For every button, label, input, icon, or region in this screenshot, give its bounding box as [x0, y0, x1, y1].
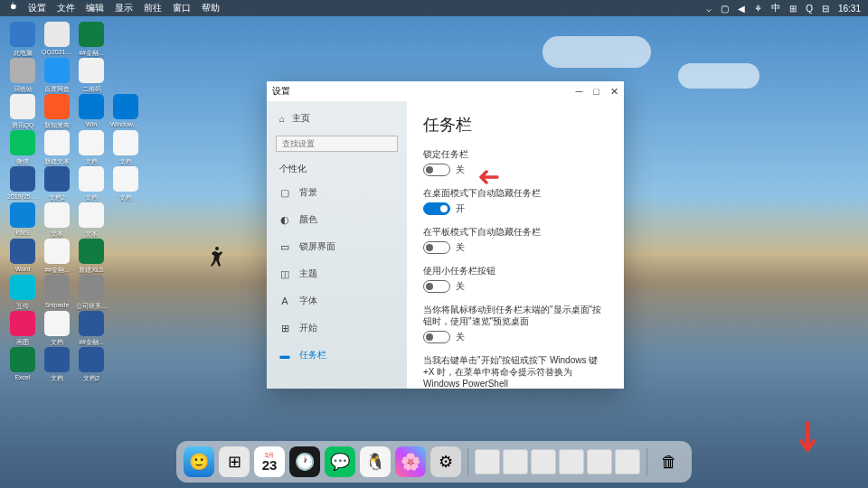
desktop-icon[interactable]: 文档	[76, 130, 107, 166]
desktop-icon[interactable]: 新建XLS	[76, 239, 107, 275]
apple-menu-icon[interactable]	[7, 2, 17, 14]
nav-icon: A	[279, 296, 290, 306]
user-icon[interactable]: ⚘	[754, 4, 762, 14]
volume-icon[interactable]: ◀	[738, 4, 745, 14]
nav-item-颜色[interactable]: ◐颜色	[267, 206, 407, 233]
dock-wechat[interactable]: 💬	[325, 446, 355, 477]
dock-window-previews[interactable]	[475, 449, 640, 474]
ime-icon[interactable]: 中	[771, 2, 780, 14]
dock-settings[interactable]: ⚙	[430, 446, 461, 477]
menu-edit[interactable]: 编辑	[86, 2, 104, 14]
wifi-icon[interactable]: ⌵	[706, 4, 712, 14]
icon-label: 腾讯QQ	[7, 121, 38, 130]
desktop-icon[interactable]: QQ20210...	[42, 22, 72, 58]
desktop-icon[interactable]: Windows ...	[110, 94, 141, 130]
icon-label: 文档	[110, 193, 141, 202]
control-icon[interactable]: ⊟	[822, 4, 829, 14]
close-button[interactable]: ✕	[610, 86, 618, 98]
desktop-icon[interactable]: ##金融...	[76, 22, 107, 58]
desktop-icon[interactable]: 文档	[42, 311, 72, 347]
desktop-icon[interactable]: 新建文本	[42, 130, 72, 166]
app-icon	[44, 347, 70, 372]
desktop-icon[interactable]: Word	[7, 239, 38, 275]
dock-calendar[interactable]: 3月 23	[254, 446, 285, 477]
minimize-button[interactable]: ─	[576, 86, 583, 98]
desktop-icon[interactable]: 2019(25)26	[7, 166, 38, 202]
nav-item-开始[interactable]: ⊞开始	[267, 314, 407, 342]
nav-item-锁屏界面[interactable]: ▭锁屏界面	[267, 233, 407, 260]
display-icon[interactable]: ▢	[721, 4, 729, 14]
desktop-icon[interactable]: 微信	[7, 130, 38, 166]
maximize-button[interactable]: □	[593, 86, 599, 98]
search-input[interactable]	[276, 136, 398, 152]
desktop-icon[interactable]: Win	[76, 94, 107, 130]
desktop-icon[interactable]: 画图	[7, 311, 38, 347]
desktop-icon[interactable]: Excel	[7, 347, 38, 383]
icon-label: 2019(25)26	[7, 193, 38, 200]
desktop-icon[interactable]: 二维码	[76, 58, 107, 94]
icon-label: ##金融...	[76, 338, 107, 347]
nav-item-主题[interactable]: ◫主题	[267, 260, 407, 287]
dock-launchpad[interactable]: ⊞	[219, 446, 250, 477]
menu-file[interactable]: 文件	[57, 2, 75, 14]
desktop-icon[interactable]: 百度网盘	[42, 58, 72, 94]
dock-cal-day: 23	[262, 458, 278, 472]
nav-icon: ⊞	[279, 323, 290, 333]
nav-label: 开始	[299, 322, 317, 334]
desktop-icon[interactable]: 此电脑	[7, 22, 38, 58]
dock-trash[interactable]: 🗑	[654, 446, 684, 477]
desktop-icon[interactable]: 公司联系...	[76, 275, 107, 311]
menu-window[interactable]: 窗口	[173, 2, 191, 14]
toggle-switch[interactable]	[423, 164, 450, 176]
desktop-icon[interactable]: 新知发布	[42, 94, 72, 130]
desktop-icon[interactable]: KMS	[7, 202, 38, 239]
dock-finder[interactable]: 🙂	[184, 446, 214, 477]
menu-help[interactable]: 帮助	[202, 2, 220, 14]
nav-item-背景[interactable]: ▢背景	[267, 179, 407, 206]
app-icon	[113, 94, 138, 119]
nav-item-字体[interactable]: A字体	[267, 287, 407, 314]
grid-icon[interactable]: ⊞	[789, 4, 797, 14]
desktop-icon[interactable]: 文档	[76, 166, 107, 202]
toggle-switch[interactable]	[423, 202, 450, 215]
nav-item-任务栏[interactable]: ▬任务栏	[267, 342, 407, 369]
menubar-time[interactable]: 16:31	[838, 4, 861, 14]
dock-clock[interactable]: 🕐	[289, 446, 320, 477]
app-icon	[10, 166, 35, 192]
desktop-icon[interactable]: ##金融...	[76, 311, 107, 347]
window-titlebar[interactable]: 设置 ─ □ ✕	[267, 81, 624, 101]
desktop-icon[interactable]: 文档	[110, 130, 141, 166]
desktop-icon[interactable]: 文档2	[76, 347, 107, 383]
dock-separator-2	[646, 448, 647, 475]
app-icon	[10, 275, 35, 300]
toggle-state-text: 关	[456, 280, 465, 293]
home-icon: ⌂	[279, 114, 285, 124]
dock-qq[interactable]: 🐧	[360, 446, 391, 477]
desktop-icon[interactable]: 回收站	[7, 58, 38, 94]
app-icon	[113, 130, 138, 155]
window-title: 设置	[272, 85, 290, 98]
desktop-icon[interactable]: 文本	[42, 202, 72, 239]
app-icon	[44, 202, 70, 228]
nav-label: 字体	[299, 295, 317, 307]
app-icon	[79, 311, 104, 336]
search-icon[interactable]: Q	[806, 4, 813, 14]
toggle-switch[interactable]	[423, 331, 450, 343]
menu-view[interactable]: 显示	[115, 2, 133, 14]
dock-photos[interactable]: 🌸	[395, 446, 426, 477]
toggle-switch[interactable]	[423, 280, 450, 293]
desktop-icon[interactable]: 文档	[110, 166, 141, 202]
desktop-icon[interactable]: 文本	[76, 202, 107, 239]
desktop-icon[interactable]: 腾讯QQ	[7, 94, 38, 130]
desktop-icon[interactable]: 文档2	[42, 166, 72, 202]
menu-go[interactable]: 前往	[144, 2, 162, 14]
menu-settings[interactable]: 设置	[28, 2, 46, 14]
desktop-icon[interactable]: 互传	[7, 275, 38, 311]
desktop-icon[interactable]: Snipaste	[42, 275, 72, 311]
home-nav[interactable]: ⌂ 主页	[267, 108, 407, 128]
desktop-icon[interactable]: 文档	[42, 347, 72, 383]
settings-window: 设置 ─ □ ✕ ⌂ 主页 个性化 ▢背景◐颜色▭锁屏界面◫主题A字体⊞开始▬任…	[267, 81, 624, 389]
desktop-icon[interactable]: ##金融...	[42, 239, 72, 275]
icon-label: 新建XLS	[76, 266, 107, 275]
toggle-switch[interactable]	[423, 241, 450, 254]
